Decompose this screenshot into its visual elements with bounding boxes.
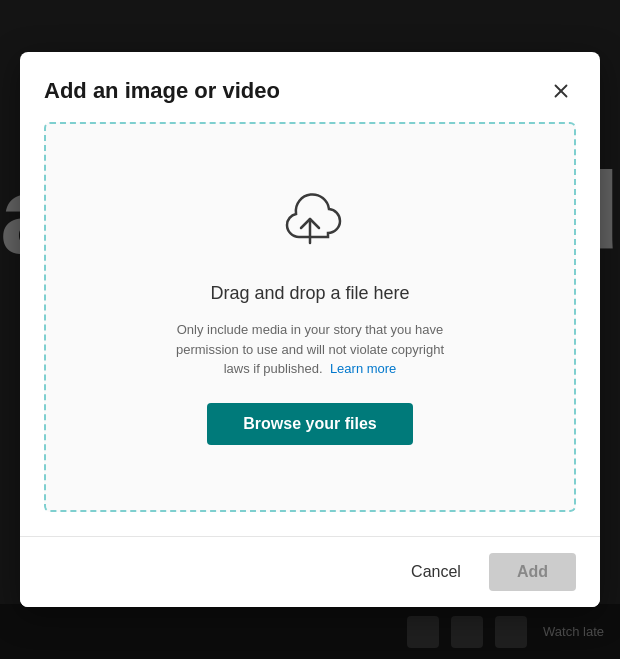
modal-title: Add an image or video: [44, 78, 280, 104]
modal: Add an image or video Drag and drop a fi…: [20, 52, 600, 607]
dropzone-subtitle: Only include media in your story that yo…: [170, 320, 450, 379]
cloud-upload-icon: [274, 189, 346, 259]
modal-footer: Cancel Add: [20, 536, 600, 607]
close-button[interactable]: [546, 76, 576, 106]
browse-files-button[interactable]: Browse your files: [207, 403, 412, 445]
close-icon: [550, 80, 572, 102]
drag-drop-text: Drag and drop a file here: [210, 283, 409, 304]
dropzone[interactable]: Drag and drop a file here Only include m…: [44, 122, 576, 512]
add-button[interactable]: Add: [489, 553, 576, 591]
subtitle-main-text: Only include media in your story that yo…: [176, 322, 444, 376]
learn-more-link[interactable]: Learn more: [330, 361, 396, 376]
cancel-button[interactable]: Cancel: [395, 553, 477, 591]
modal-header: Add an image or video: [20, 52, 600, 122]
modal-body: Drag and drop a file here Only include m…: [20, 122, 600, 536]
